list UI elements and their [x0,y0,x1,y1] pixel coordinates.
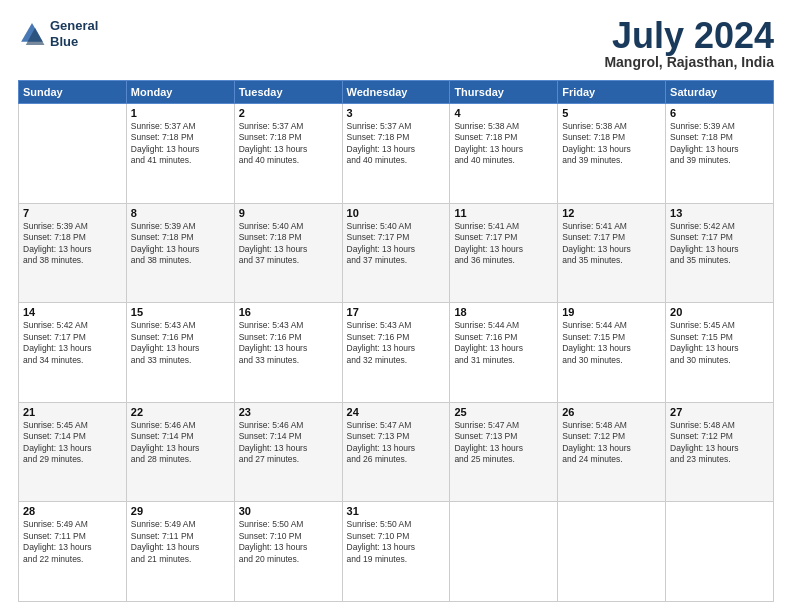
day-info: Sunrise: 5:37 AM Sunset: 7:18 PM Dayligh… [131,121,230,167]
col-header-saturday: Saturday [666,81,774,104]
day-number: 25 [454,406,553,418]
day-info: Sunrise: 5:40 AM Sunset: 7:17 PM Dayligh… [347,221,446,267]
day-info: Sunrise: 5:46 AM Sunset: 7:14 PM Dayligh… [131,420,230,466]
title-block: July 2024 Mangrol, Rajasthan, India [604,18,774,70]
day-info: Sunrise: 5:41 AM Sunset: 7:17 PM Dayligh… [454,221,553,267]
day-info: Sunrise: 5:38 AM Sunset: 7:18 PM Dayligh… [562,121,661,167]
day-info: Sunrise: 5:45 AM Sunset: 7:15 PM Dayligh… [670,320,769,366]
day-number: 1 [131,107,230,119]
day-info: Sunrise: 5:43 AM Sunset: 7:16 PM Dayligh… [239,320,338,366]
day-number: 16 [239,306,338,318]
day-info: Sunrise: 5:42 AM Sunset: 7:17 PM Dayligh… [670,221,769,267]
calendar-cell: 5Sunrise: 5:38 AM Sunset: 7:18 PM Daylig… [558,104,666,204]
calendar-cell [666,502,774,602]
day-number: 22 [131,406,230,418]
col-header-tuesday: Tuesday [234,81,342,104]
calendar-cell: 14Sunrise: 5:42 AM Sunset: 7:17 PM Dayli… [19,303,127,403]
day-number: 5 [562,107,661,119]
calendar-cell: 10Sunrise: 5:40 AM Sunset: 7:17 PM Dayli… [342,203,450,303]
day-info: Sunrise: 5:39 AM Sunset: 7:18 PM Dayligh… [670,121,769,167]
calendar-header-row: SundayMondayTuesdayWednesdayThursdayFrid… [19,81,774,104]
day-info: Sunrise: 5:50 AM Sunset: 7:10 PM Dayligh… [239,519,338,565]
calendar-cell: 1Sunrise: 5:37 AM Sunset: 7:18 PM Daylig… [126,104,234,204]
col-header-wednesday: Wednesday [342,81,450,104]
calendar-week-row: 28Sunrise: 5:49 AM Sunset: 7:11 PM Dayli… [19,502,774,602]
calendar-cell: 13Sunrise: 5:42 AM Sunset: 7:17 PM Dayli… [666,203,774,303]
calendar-cell: 26Sunrise: 5:48 AM Sunset: 7:12 PM Dayli… [558,402,666,502]
calendar-cell: 15Sunrise: 5:43 AM Sunset: 7:16 PM Dayli… [126,303,234,403]
calendar-cell: 16Sunrise: 5:43 AM Sunset: 7:16 PM Dayli… [234,303,342,403]
day-number: 31 [347,505,446,517]
day-info: Sunrise: 5:49 AM Sunset: 7:11 PM Dayligh… [23,519,122,565]
col-header-sunday: Sunday [19,81,127,104]
logo-line2: Blue [50,34,98,50]
logo-line1: General [50,18,98,34]
day-number: 12 [562,207,661,219]
location-subtitle: Mangrol, Rajasthan, India [604,54,774,70]
day-number: 21 [23,406,122,418]
calendar-cell: 18Sunrise: 5:44 AM Sunset: 7:16 PM Dayli… [450,303,558,403]
col-header-thursday: Thursday [450,81,558,104]
calendar-cell: 3Sunrise: 5:37 AM Sunset: 7:18 PM Daylig… [342,104,450,204]
day-number: 14 [23,306,122,318]
day-number: 6 [670,107,769,119]
calendar-cell: 31Sunrise: 5:50 AM Sunset: 7:10 PM Dayli… [342,502,450,602]
day-number: 8 [131,207,230,219]
calendar-cell: 4Sunrise: 5:38 AM Sunset: 7:18 PM Daylig… [450,104,558,204]
day-info: Sunrise: 5:43 AM Sunset: 7:16 PM Dayligh… [131,320,230,366]
calendar-cell: 24Sunrise: 5:47 AM Sunset: 7:13 PM Dayli… [342,402,450,502]
calendar-cell: 27Sunrise: 5:48 AM Sunset: 7:12 PM Dayli… [666,402,774,502]
day-number: 13 [670,207,769,219]
day-info: Sunrise: 5:44 AM Sunset: 7:15 PM Dayligh… [562,320,661,366]
calendar-cell: 29Sunrise: 5:49 AM Sunset: 7:11 PM Dayli… [126,502,234,602]
calendar-week-row: 14Sunrise: 5:42 AM Sunset: 7:17 PM Dayli… [19,303,774,403]
calendar-cell: 19Sunrise: 5:44 AM Sunset: 7:15 PM Dayli… [558,303,666,403]
day-info: Sunrise: 5:44 AM Sunset: 7:16 PM Dayligh… [454,320,553,366]
day-info: Sunrise: 5:38 AM Sunset: 7:18 PM Dayligh… [454,121,553,167]
page: General Blue July 2024 Mangrol, Rajastha… [0,0,792,612]
calendar-cell: 12Sunrise: 5:41 AM Sunset: 7:17 PM Dayli… [558,203,666,303]
day-info: Sunrise: 5:49 AM Sunset: 7:11 PM Dayligh… [131,519,230,565]
day-info: Sunrise: 5:45 AM Sunset: 7:14 PM Dayligh… [23,420,122,466]
day-number: 26 [562,406,661,418]
day-number: 20 [670,306,769,318]
day-info: Sunrise: 5:37 AM Sunset: 7:18 PM Dayligh… [347,121,446,167]
day-number: 7 [23,207,122,219]
calendar-cell: 6Sunrise: 5:39 AM Sunset: 7:18 PM Daylig… [666,104,774,204]
general-blue-logo-icon [18,20,46,48]
day-number: 30 [239,505,338,517]
day-info: Sunrise: 5:48 AM Sunset: 7:12 PM Dayligh… [562,420,661,466]
day-number: 19 [562,306,661,318]
calendar-week-row: 21Sunrise: 5:45 AM Sunset: 7:14 PM Dayli… [19,402,774,502]
calendar-cell: 28Sunrise: 5:49 AM Sunset: 7:11 PM Dayli… [19,502,127,602]
day-info: Sunrise: 5:50 AM Sunset: 7:10 PM Dayligh… [347,519,446,565]
calendar-cell: 21Sunrise: 5:45 AM Sunset: 7:14 PM Dayli… [19,402,127,502]
day-number: 10 [347,207,446,219]
day-info: Sunrise: 5:40 AM Sunset: 7:18 PM Dayligh… [239,221,338,267]
calendar-cell: 22Sunrise: 5:46 AM Sunset: 7:14 PM Dayli… [126,402,234,502]
calendar-cell: 25Sunrise: 5:47 AM Sunset: 7:13 PM Dayli… [450,402,558,502]
day-number: 4 [454,107,553,119]
calendar-cell: 2Sunrise: 5:37 AM Sunset: 7:18 PM Daylig… [234,104,342,204]
day-info: Sunrise: 5:43 AM Sunset: 7:16 PM Dayligh… [347,320,446,366]
logo: General Blue [18,18,98,49]
calendar-cell [450,502,558,602]
day-number: 23 [239,406,338,418]
calendar-cell [558,502,666,602]
logo-text: General Blue [50,18,98,49]
calendar-week-row: 7Sunrise: 5:39 AM Sunset: 7:18 PM Daylig… [19,203,774,303]
day-number: 11 [454,207,553,219]
calendar-week-row: 1Sunrise: 5:37 AM Sunset: 7:18 PM Daylig… [19,104,774,204]
col-header-monday: Monday [126,81,234,104]
day-info: Sunrise: 5:39 AM Sunset: 7:18 PM Dayligh… [131,221,230,267]
header: General Blue July 2024 Mangrol, Rajastha… [18,18,774,70]
day-number: 24 [347,406,446,418]
day-info: Sunrise: 5:42 AM Sunset: 7:17 PM Dayligh… [23,320,122,366]
day-number: 9 [239,207,338,219]
day-number: 27 [670,406,769,418]
day-number: 2 [239,107,338,119]
day-number: 29 [131,505,230,517]
day-info: Sunrise: 5:46 AM Sunset: 7:14 PM Dayligh… [239,420,338,466]
calendar-cell: 9Sunrise: 5:40 AM Sunset: 7:18 PM Daylig… [234,203,342,303]
day-number: 15 [131,306,230,318]
